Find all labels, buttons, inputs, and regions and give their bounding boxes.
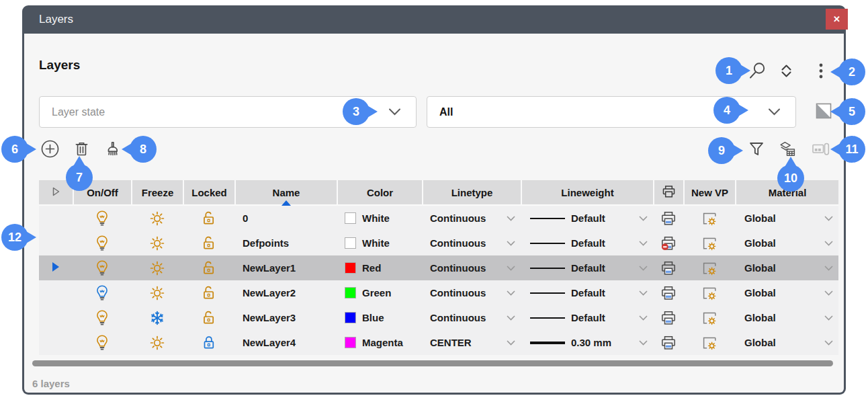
- color-swatch[interactable]: [345, 337, 356, 348]
- color-swatch[interactable]: [345, 287, 356, 298]
- color-cell[interactable]: Magenta: [337, 330, 422, 355]
- panel-preview-button[interactable]: [811, 142, 830, 159]
- onoff-cell[interactable]: [73, 231, 131, 255]
- menu-button[interactable]: [816, 64, 826, 80]
- name-cell[interactable]: NewLayer3: [234, 305, 337, 330]
- new-vp-icon: [701, 335, 718, 351]
- color-swatch[interactable]: [345, 262, 356, 274]
- close-button[interactable]: ✕: [826, 9, 848, 30]
- newvp-cell[interactable]: [683, 330, 735, 355]
- column-header-lineweight[interactable]: Lineweight: [521, 180, 653, 206]
- newvp-cell[interactable]: [683, 206, 735, 231]
- chevron-down-icon: [824, 241, 833, 246]
- material-cell[interactable]: Global: [735, 305, 838, 330]
- plot-cell[interactable]: [653, 206, 683, 231]
- freeze-cell[interactable]: [131, 231, 183, 255]
- newvp-cell[interactable]: [683, 305, 735, 330]
- lineweight-cell[interactable]: Default: [521, 280, 653, 305]
- linetype-cell[interactable]: Continuous: [422, 231, 521, 255]
- color-cell[interactable]: White: [337, 206, 422, 231]
- column-header-plot[interactable]: [653, 180, 683, 206]
- filter-button[interactable]: [747, 142, 765, 159]
- plot-cell[interactable]: [653, 280, 683, 305]
- freeze-cell[interactable]: [131, 305, 183, 330]
- column-header-name[interactable]: Name: [234, 180, 337, 206]
- lock-cell[interactable]: [183, 255, 234, 280]
- material-cell[interactable]: Global: [735, 255, 838, 280]
- purge-button[interactable]: [103, 141, 121, 159]
- newvp-cell[interactable]: [683, 280, 735, 305]
- freeze-cell[interactable]: [131, 280, 183, 305]
- column-header-color[interactable]: Color: [337, 180, 422, 206]
- lock-closed-icon: [202, 335, 216, 350]
- name-cell[interactable]: Defpoints: [234, 231, 337, 255]
- new-vp-icon: [701, 260, 718, 276]
- plot-cell[interactable]: [653, 255, 683, 280]
- name-cell[interactable]: NewLayer1: [234, 255, 337, 280]
- lock-cell[interactable]: [183, 330, 234, 355]
- plot-cell[interactable]: [653, 330, 683, 355]
- linetype-cell[interactable]: Continuous: [422, 280, 521, 305]
- chevron-down-icon: [639, 290, 648, 296]
- newvp-cell[interactable]: [683, 231, 735, 255]
- layer-row[interactable]: 0 White Continuous Default: [39, 206, 838, 231]
- freeze-cell[interactable]: [131, 255, 183, 280]
- lock-cell[interactable]: [183, 206, 234, 231]
- onoff-cell[interactable]: [73, 330, 131, 355]
- color-cell[interactable]: Green: [337, 280, 422, 305]
- linetype-cell[interactable]: Continuous: [422, 206, 521, 231]
- add-layer-button[interactable]: [40, 140, 60, 159]
- color-swatch[interactable]: [345, 212, 356, 224]
- lineweight-cell[interactable]: 0.30 mm: [521, 330, 653, 355]
- name-cell[interactable]: NewLayer2: [234, 280, 337, 305]
- lineweight-cell[interactable]: Default: [521, 255, 653, 280]
- callout-badge-12: 12: [1, 224, 28, 251]
- freeze-cell[interactable]: [131, 206, 183, 231]
- lock-cell[interactable]: [183, 280, 234, 305]
- plot-cell[interactable]: [653, 305, 683, 330]
- lineweight-cell[interactable]: Default: [521, 206, 653, 231]
- layer-row[interactable]: NewLayer1 Red Continuous Default: [39, 255, 838, 280]
- lock-cell[interactable]: [183, 305, 234, 330]
- layer-row[interactable]: Defpoints White Continuous Default: [39, 231, 838, 255]
- layer-row[interactable]: NewLayer4 Magenta CENTER 0.30 mm: [39, 330, 838, 355]
- layer-row[interactable]: NewLayer2 Green Continuous Default: [39, 280, 838, 305]
- collapse-button[interactable]: [778, 63, 794, 81]
- onoff-cell[interactable]: [73, 305, 131, 330]
- lock-cell[interactable]: [183, 231, 234, 255]
- chevron-down-icon: [639, 216, 648, 221]
- column-header-newvp[interactable]: New VP: [683, 180, 735, 206]
- name-cell[interactable]: 0: [234, 206, 337, 231]
- horizontal-scrollbar[interactable]: [32, 360, 833, 366]
- material-cell[interactable]: Global: [735, 280, 838, 305]
- name-cell[interactable]: NewLayer4: [234, 330, 337, 355]
- new-vp-icon: [701, 310, 718, 326]
- linetype-cell[interactable]: Continuous: [422, 305, 521, 330]
- material-cell[interactable]: Global: [735, 231, 838, 255]
- search-button[interactable]: [748, 62, 767, 81]
- onoff-cell[interactable]: [73, 255, 131, 280]
- linetype-cell[interactable]: Continuous: [422, 255, 521, 280]
- material-cell[interactable]: Global: [735, 330, 838, 355]
- column-header-linetype[interactable]: Linetype: [422, 180, 521, 206]
- color-cell[interactable]: Blue: [337, 305, 422, 330]
- color-cell[interactable]: White: [337, 231, 422, 255]
- linetype-cell[interactable]: CENTER: [422, 330, 521, 355]
- color-cell[interactable]: Red: [337, 255, 422, 280]
- invert-filter-button[interactable]: [814, 103, 832, 121]
- column-header-freeze[interactable]: Freeze: [131, 180, 183, 206]
- newvp-cell[interactable]: [683, 255, 735, 280]
- titlebar[interactable]: Layers ✕: [22, 5, 846, 34]
- material-cell[interactable]: Global: [735, 206, 838, 231]
- color-swatch[interactable]: [345, 237, 356, 249]
- layer-row[interactable]: NewLayer3 Blue Continuous Default: [39, 305, 838, 330]
- column-header-locked[interactable]: Locked: [183, 180, 234, 206]
- plot-cell[interactable]: [653, 231, 683, 255]
- onoff-cell[interactable]: [73, 206, 131, 231]
- lineweight-cell[interactable]: Default: [521, 231, 653, 255]
- color-swatch[interactable]: [345, 312, 356, 323]
- onoff-cell[interactable]: [73, 280, 131, 305]
- callout-badge-10: 10: [777, 165, 804, 192]
- lineweight-cell[interactable]: Default: [521, 305, 653, 330]
- freeze-cell[interactable]: [131, 330, 183, 355]
